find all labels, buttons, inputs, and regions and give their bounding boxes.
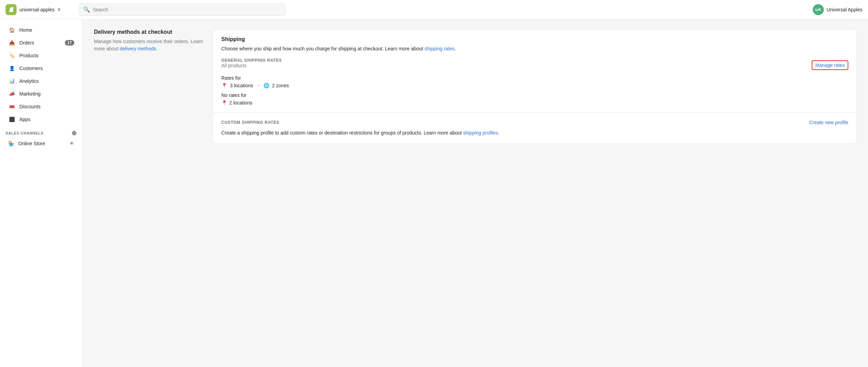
general-rates-label-area: GENERAL SHIPPING RATES All products xyxy=(221,58,282,72)
orders-badge: 17 xyxy=(65,40,74,46)
sales-channels-label: SALES CHANNELS xyxy=(6,131,44,135)
custom-shipping-header: CUSTOM SHIPPING RATES Create new profile xyxy=(221,120,848,125)
shipping-title: Shipping xyxy=(221,36,848,42)
shipping-description: Choose where you ship and how much you c… xyxy=(221,45,848,52)
general-rates-sublabel: All products xyxy=(221,63,282,68)
no-rates-section: No rates for 📍 2 locations xyxy=(221,92,848,106)
custom-shipping-description: Create a shipping profile to add custom … xyxy=(221,129,848,137)
no-rates-label: No rates for xyxy=(221,92,848,98)
sidebar-home-label: Home xyxy=(19,27,32,33)
user-name-label: Universal Apples xyxy=(827,7,862,12)
store-name-area[interactable]: universal-apples ⬍ xyxy=(6,4,75,15)
rates-for-label: Rates for xyxy=(221,75,848,81)
sidebar-apps-label: Apps xyxy=(19,117,30,122)
sidebar-item-home[interactable]: 🏠 Home xyxy=(3,24,80,36)
create-profile-button[interactable]: Create new profile xyxy=(809,120,848,125)
general-rates-label: GENERAL SHIPPING RATES xyxy=(221,58,282,63)
sidebar: 🏠 Home 📥 Orders 17 🏷️ Products 👤 Custome… xyxy=(0,19,83,348)
user-initials: uA xyxy=(815,7,821,12)
shipping-rates-link[interactable]: shipping rates xyxy=(424,46,454,51)
sidebar-products-label: Products xyxy=(19,53,38,58)
location-pin-icon: 📍 xyxy=(221,83,227,88)
sidebar-item-online-store[interactable]: 🏪 Online Store 👁 xyxy=(3,138,80,149)
sidebar-item-analytics[interactable]: 📊 Analytics xyxy=(3,75,80,87)
sidebar-item-apps[interactable]: ⬛ Apps xyxy=(3,113,80,126)
discounts-icon: 🎟️ xyxy=(8,103,15,110)
content-grid: Delivery methods at checkout Manage how … xyxy=(94,29,857,144)
add-sales-channel-button[interactable]: ⊕ xyxy=(71,130,77,136)
delivery-methods-section: Delivery methods at checkout Manage how … xyxy=(94,29,204,52)
home-icon: 🏠 xyxy=(8,27,15,33)
custom-rates-label: CUSTOM SHIPPING RATES xyxy=(221,120,279,125)
no-rates-info: 📍 2 locations xyxy=(221,100,848,106)
no-rates-locations: 2 locations xyxy=(229,100,252,106)
globe-icon: 🌐 xyxy=(263,83,269,88)
online-store-icon: 🏪 xyxy=(8,141,14,146)
sidebar-item-marketing[interactable]: 📣 Marketing xyxy=(3,88,80,100)
sidebar-customers-label: Customers xyxy=(19,66,43,71)
search-icon: 🔍 xyxy=(83,6,90,13)
search-bar[interactable]: 🔍 xyxy=(79,3,286,16)
online-store-label: Online Store xyxy=(18,141,45,146)
user-avatar: uA xyxy=(813,4,824,15)
sidebar-item-customers[interactable]: 👤 Customers xyxy=(3,62,80,75)
sidebar-discounts-label: Discounts xyxy=(19,104,40,109)
custom-shipping-section: CUSTOM SHIPPING RATES Create new profile… xyxy=(213,113,857,143)
shopify-logo-icon xyxy=(8,6,15,13)
sales-channels-section: SALES CHANNELS ⊕ xyxy=(0,126,83,138)
shopify-logo xyxy=(6,4,17,15)
rates-for-section: Rates for 📍 3 locations → 🌐 2 zones xyxy=(221,75,848,88)
general-rates-header: GENERAL SHIPPING RATES All products Mana… xyxy=(221,58,848,72)
top-navigation: universal-apples ⬍ 🔍 uA Universal Apples xyxy=(0,0,868,19)
orders-icon: 📥 xyxy=(8,39,15,46)
sidebar-item-discounts[interactable]: 🎟️ Discounts xyxy=(3,100,80,113)
arrow-right-icon: → xyxy=(256,83,261,88)
store-name-label: universal-apples xyxy=(19,7,55,12)
shipping-profiles-link[interactable]: shipping profiles xyxy=(463,130,498,136)
search-input[interactable] xyxy=(93,7,281,12)
custom-desc-text: Create a shipping profile to add custom … xyxy=(221,130,462,136)
delivery-methods-title: Delivery methods at checkout xyxy=(94,29,204,35)
marketing-icon: 📣 xyxy=(8,90,15,97)
sidebar-item-products[interactable]: 🏷️ Products xyxy=(3,49,80,62)
products-icon: 🏷️ xyxy=(8,52,15,59)
shipping-desc-text: Choose where you ship and how much you c… xyxy=(221,46,423,51)
shipping-card: Shipping Choose where you ship and how m… xyxy=(213,29,857,144)
apps-icon: ⬛ xyxy=(8,116,15,123)
sidebar-analytics-label: Analytics xyxy=(19,78,39,84)
store-chevron-icon[interactable]: ⬍ xyxy=(57,7,61,12)
rates-locations: 3 locations xyxy=(230,83,253,88)
analytics-icon: 📊 xyxy=(8,78,15,85)
sidebar-orders-label: Orders xyxy=(19,40,34,46)
customers-icon: 👤 xyxy=(8,65,15,72)
rates-info: 📍 3 locations → 🌐 2 zones xyxy=(221,83,848,88)
main-content: ← Shipping and delivery Delivery methods… xyxy=(83,0,868,348)
sidebar-marketing-label: Marketing xyxy=(19,91,40,97)
no-rates-location-icon: 📍 xyxy=(221,100,227,106)
user-area[interactable]: uA Universal Apples xyxy=(813,4,862,15)
eye-icon[interactable]: 👁 xyxy=(69,141,74,146)
manage-rates-button[interactable]: Manage rates xyxy=(812,60,848,70)
sidebar-item-orders[interactable]: 📥 Orders 17 xyxy=(3,37,80,49)
delivery-methods-description: Manage how customers receive their order… xyxy=(94,38,204,52)
rates-zones: 2 zones xyxy=(272,83,289,88)
delivery-methods-link[interactable]: delivery methods xyxy=(120,46,156,51)
shipping-section: Shipping Choose where you ship and how m… xyxy=(213,29,857,113)
